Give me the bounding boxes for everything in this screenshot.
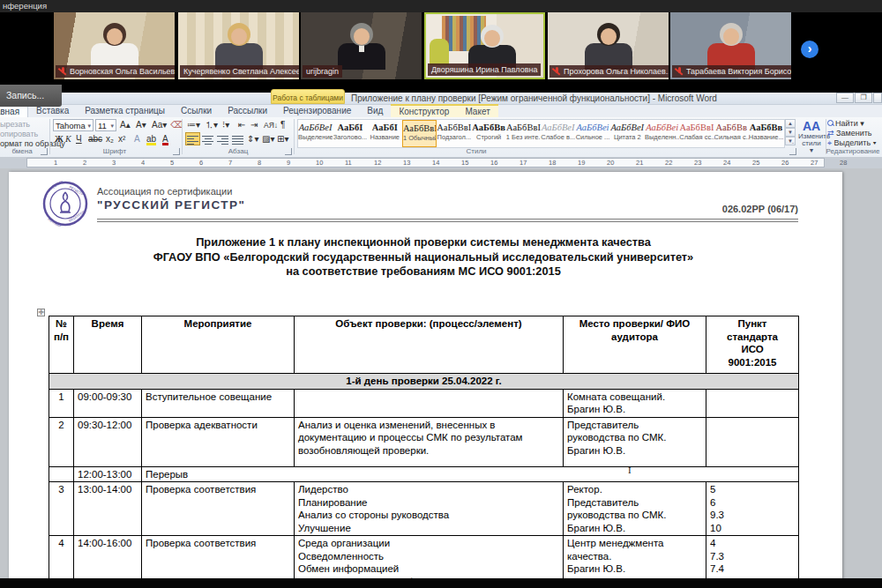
style-chip[interactable]: АаБбВеіСильное ... (575, 120, 609, 147)
sort-button[interactable]: АЯ↓ (264, 119, 278, 131)
highlight-color-button[interactable]: ab (146, 133, 156, 145)
font-name-combo[interactable]: Tahoma (53, 119, 93, 131)
day-header-cell[interactable]: 1-й день проверки 25.04.2022 г. (49, 374, 799, 390)
style-chip[interactable]: АаБбВвІ1 Без инте... (506, 120, 541, 147)
close-button[interactable] (873, 93, 882, 103)
styles-dialog-launcher[interactable] (789, 148, 796, 155)
find-button[interactable]: Найти ▾ (827, 119, 877, 129)
cell-time[interactable]: 12:00-13:00 (74, 466, 142, 482)
shading-button[interactable]: ▨▾ (262, 133, 274, 145)
style-chip[interactable]: АаБбВеіВыделенн... (645, 120, 679, 147)
underline-button[interactable]: Ч (76, 133, 82, 145)
style-chip[interactable]: АаБбВвІПодзагол... (437, 120, 471, 147)
align-center-button[interactable] (202, 134, 213, 144)
superscript-button[interactable]: x² (118, 133, 125, 145)
strikethrough-button[interactable]: abc (88, 133, 102, 145)
align-left-button[interactable] (187, 134, 198, 144)
participant-tile[interactable]: Кучерявенко Светлана Алексее... (178, 12, 299, 79)
document-page[interactable]: РУССКИЙ РЕГИСТР RUSSIAN REGISTER Ассоциа… (9, 172, 842, 588)
style-chip[interactable]: АаБбІНазвание (368, 120, 402, 147)
tab-mailings[interactable]: Рассылки (220, 104, 275, 117)
bold-button[interactable]: Ж (55, 133, 64, 145)
cell-num[interactable] (49, 466, 74, 482)
align-right-button[interactable] (217, 134, 228, 144)
grow-font-button[interactable]: А▴ (120, 119, 131, 131)
tab-table-design[interactable]: Конструктор (391, 104, 457, 117)
cell-num[interactable]: 1 (49, 389, 74, 417)
col-header-num[interactable]: № п/п (49, 316, 74, 374)
minimize-button[interactable]: — (836, 93, 854, 103)
participant-tile[interactable]: Тарабаева Виктория Борисо... (670, 12, 791, 79)
col-header-time[interactable]: Время (74, 316, 142, 374)
change-case-button[interactable]: Аа▾ (152, 119, 167, 131)
style-chip[interactable]: АаБбІЗаголово... (333, 120, 367, 147)
replace-button[interactable]: ⇄ Заменить (827, 129, 877, 138)
tab-review[interactable]: Рецензирование (275, 104, 359, 117)
cell-object[interactable] (295, 389, 564, 417)
justify-button[interactable] (232, 134, 243, 144)
cell-object[interactable]: Лидерство Планирование Анализ со стороны… (295, 482, 564, 536)
font-size-combo[interactable]: 11 (95, 119, 116, 131)
tab-references[interactable]: Ссылки (173, 104, 220, 117)
style-chip[interactable]: АаБбВвНазвание... (749, 120, 783, 147)
increase-indent-button[interactable]: ⇥ (250, 119, 258, 131)
cell-event[interactable]: Проверка соответствия (142, 482, 295, 536)
cell-time[interactable]: 09:00-09:30 (74, 389, 142, 417)
word-titlebar[interactable]: Работа с таблицами Приложение к плану пр… (0, 93, 882, 105)
cell-clause[interactable]: 5 6 9.3 10 (706, 482, 799, 536)
cell-event[interactable]: Вступительное совещание (142, 389, 295, 417)
tab-page-layout[interactable]: Разметка страницы (77, 104, 173, 117)
cell-clause[interactable] (706, 389, 799, 417)
cell-place[interactable]: Комната совещаний. Брагин Ю.В. (564, 389, 706, 417)
style-chip[interactable]: АаБбВеІВыделение (298, 120, 333, 147)
cell-place[interactable]: Представитель руководства по СМК. Брагин… (564, 417, 706, 466)
multilevel-list-button[interactable]: ⁝▾ (222, 119, 229, 131)
cell-object[interactable]: Анализ и оценка изменений, внесенных в д… (295, 417, 564, 466)
tab-table-layout[interactable]: Макет (457, 104, 497, 117)
cell-place[interactable]: Ректор. Представитель руководства по СМК… (564, 482, 706, 536)
bullets-button[interactable]: ≔▾ (187, 119, 200, 131)
horizontal-ruler[interactable]: 1234567891011121314151617181920212223242… (0, 157, 882, 168)
copy-button[interactable]: опировать (0, 130, 38, 138)
numbering-button[interactable]: ⒈▾ (205, 119, 218, 131)
participant-tile[interactable]: Дворяшина Ирина Павловна (424, 12, 545, 79)
cut-button[interactable]: ырезать (0, 120, 30, 129)
styles-gallery-scroll[interactable]: ▲▼▼̱ (785, 119, 796, 146)
style-chip[interactable]: АаБбВвСтрогий (471, 120, 505, 147)
participant-tile[interactable]: urijbragin (301, 12, 422, 79)
decrease-indent-button[interactable]: ⇤ (238, 119, 245, 131)
style-chip[interactable]: АаБбВвСильная с... (714, 120, 749, 147)
style-chip[interactable]: АаБбВвІСлабая сс... (679, 120, 714, 147)
col-header-event[interactable]: Мероприятие (142, 316, 295, 374)
text-effects-button[interactable]: А (134, 133, 140, 145)
col-header-place[interactable]: Место проверки/ ФИО аудитора (564, 316, 706, 374)
paragraph-dialog-launcher[interactable] (285, 148, 292, 155)
font-dialog-launcher[interactable] (173, 148, 180, 155)
participant-tile[interactable]: Ворновская Ольга Васильев... (54, 12, 175, 79)
participant-tile[interactable]: Прохорова Ольга Николаев... (548, 12, 669, 79)
font-color-button[interactable]: А (162, 133, 168, 145)
tab-view[interactable]: Вид (359, 104, 391, 117)
cell-time[interactable]: 09:30-12:00 (74, 417, 142, 466)
col-header-object[interactable]: Объект проверки: (процесс/элемент) (295, 316, 564, 374)
change-styles-button[interactable]: АА Изменить стили ▾ (798, 119, 825, 154)
cell-event[interactable]: Проверка адекватности (142, 417, 295, 466)
style-chip[interactable]: АаБбВеІЦитата 2 (610, 120, 645, 147)
subscript-button[interactable]: x₂ (106, 133, 114, 145)
col-header-clause[interactable]: Пункт стандарта ИСО 9001:2015 (706, 316, 799, 374)
cell-clause[interactable] (706, 417, 799, 466)
borders-button[interactable]: ⊞▾ (277, 133, 288, 145)
table-move-handle[interactable]: ✛ (37, 309, 45, 316)
next-participants-button[interactable]: › (801, 41, 818, 58)
italic-button[interactable]: К (65, 133, 71, 145)
style-chip[interactable]: АаБбВвІ1 Обычный (402, 120, 437, 147)
line-spacing-button[interactable]: ⇕▾ (247, 133, 258, 145)
style-chip[interactable]: АаБбВеІСлабое в... (541, 120, 575, 147)
shrink-font-button[interactable]: А▾ (136, 119, 146, 131)
show-marks-button[interactable]: ¶ (280, 119, 285, 131)
cell-event[interactable]: Перерыв (142, 466, 799, 482)
cell-num[interactable]: 2 (49, 417, 74, 466)
cell-num[interactable]: 3 (49, 482, 74, 536)
clipboard-dialog-launcher[interactable] (41, 148, 48, 155)
restore-button[interactable]: ❐ (855, 93, 872, 103)
